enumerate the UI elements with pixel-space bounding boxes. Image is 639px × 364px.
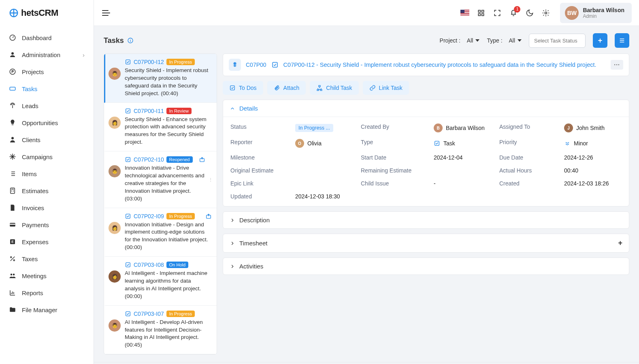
info-icon[interactable] <box>127 37 134 44</box>
status-chip: Reopened <box>166 156 193 163</box>
type-filter[interactable]: Type : All <box>487 37 522 44</box>
nav-opportunities[interactable]: Opportunities <box>0 114 94 131</box>
folder-icon <box>9 306 16 313</box>
gear-icon[interactable] <box>541 9 550 17</box>
sidebar: hetsCRM Dashboard Administration› Projec… <box>0 0 94 364</box>
timesheet-panel-head[interactable]: Timesheet + <box>223 234 629 252</box>
nav-meetings[interactable]: Meetings <box>0 267 94 284</box>
user-menu[interactable]: BW Barbara Wilson Admin <box>560 3 632 23</box>
menu-toggle-icon[interactable] <box>101 8 111 18</box>
svg-rect-36 <box>230 86 235 90</box>
nav-payments[interactable]: Payments <box>0 216 94 233</box>
svg-rect-22 <box>482 10 484 12</box>
chart-icon <box>9 289 16 296</box>
val-actual-hrs: 00:40 <box>564 167 622 174</box>
more-button[interactable]: ··· <box>611 60 623 70</box>
moon-icon[interactable] <box>525 9 534 17</box>
lbl-type: Type <box>361 139 426 148</box>
status-chip: In Review <box>166 108 192 114</box>
logo[interactable]: hetsCRM <box>0 0 94 26</box>
bell-icon[interactable]: 1 <box>509 9 518 17</box>
project-icon <box>229 59 241 71</box>
nav-tasks[interactable]: Tasks <box>0 80 94 97</box>
task-item[interactable]: 👨 C07P00-I12 In Progress Security Shield… <box>104 54 217 103</box>
content: Tasks Project : All Type : All + 👨 <box>94 26 639 362</box>
task-id: C07P03-I07 <box>134 311 164 317</box>
task-desc: AI Intelligent - Implement machine learn… <box>125 270 212 300</box>
task-type-icon <box>125 262 131 268</box>
nav-expenses[interactable]: EExpenses <box>0 233 94 250</box>
svg-rect-33 <box>126 263 130 267</box>
project-filter[interactable]: Project : All <box>440 37 480 44</box>
status-select[interactable] <box>529 34 586 48</box>
svg-rect-38 <box>317 89 319 91</box>
svg-rect-21 <box>479 10 481 12</box>
avatar: 👨 <box>109 165 121 177</box>
task-item[interactable]: 👨 C07P03-I07 In Progress AI Intelligent … <box>104 306 217 355</box>
task-item[interactable]: 👨 C07P02-I10 Reopened Innovation Initiat… <box>104 151 217 208</box>
todos-button[interactable]: To Dos <box>223 81 263 95</box>
details-panel-head[interactable]: Details <box>223 100 629 117</box>
task-item[interactable]: 👩 C07P03-I08 On Hold AI Intelligent - Im… <box>104 257 217 306</box>
child-task-button[interactable]: Child Task <box>310 81 358 95</box>
drag-handle-icon[interactable]: ⋮ <box>209 175 212 184</box>
task-item[interactable]: 👩 C07P00-I11 In Review Security Shield -… <box>104 103 217 152</box>
nav-campaigns[interactable]: Campaigns <box>0 148 94 165</box>
person-icon <box>9 136 16 143</box>
export-icon[interactable] <box>199 156 205 163</box>
lbl-created-by: Created By <box>361 123 426 132</box>
nav-leads[interactable]: Leads <box>0 97 94 114</box>
add-task-button[interactable]: + <box>593 33 607 48</box>
lbl-actual-hrs: Actual Hours <box>499 167 556 174</box>
svg-rect-4 <box>10 87 15 90</box>
attach-button[interactable]: Attach <box>267 81 306 95</box>
project-code[interactable]: C07P00 <box>246 62 266 68</box>
export-icon[interactable] <box>205 213 212 219</box>
val-start-date: 2024-12-04 <box>434 154 491 161</box>
nav-items[interactable]: Items <box>0 165 94 182</box>
nav-estimates[interactable]: Estimates <box>0 182 94 199</box>
details-panel: Details Status In Progress ... Created B… <box>223 100 629 206</box>
task-type-icon <box>271 61 279 68</box>
val-due-date: 2024-12-26 <box>564 154 622 161</box>
caret-down-icon <box>518 39 522 42</box>
avatar: 👩 <box>109 222 121 234</box>
svg-rect-40 <box>435 141 439 146</box>
language-flag-icon[interactable] <box>460 9 469 17</box>
task-item[interactable]: 👩 C07P02-I09 In Progress Innovation Init… <box>104 208 217 257</box>
task-type-icon <box>125 59 131 65</box>
task-id: C07P02-I09 <box>134 213 164 219</box>
lbl-status: Status <box>230 123 287 132</box>
nav-taxes[interactable]: Taxes <box>0 250 94 267</box>
nav-projects[interactable]: Projects <box>0 63 94 80</box>
val-orig-est <box>295 167 353 174</box>
nav-invoices[interactable]: Invoices <box>0 199 94 216</box>
status-chip: On Hold <box>166 262 188 268</box>
add-timesheet-button[interactable]: + <box>618 239 622 247</box>
nav-dashboard[interactable]: Dashboard <box>0 29 94 46</box>
task-desc: Security Shield - Implement robust cyber… <box>125 67 212 98</box>
nav-file-manager[interactable]: File Manager <box>0 301 94 318</box>
nav-administration[interactable]: Administration› <box>0 46 94 63</box>
action-row: To Dos Attach Child Task Link Task <box>223 81 629 95</box>
task-desc: Security Shield - Enhance system protect… <box>125 116 212 147</box>
nav-reports[interactable]: Reports <box>0 284 94 301</box>
val-child-issue: - <box>434 180 491 187</box>
nav-clients[interactable]: Clients <box>0 131 94 148</box>
lbl-updated: Updated <box>230 193 287 200</box>
description-panel-head[interactable]: Description <box>223 212 629 228</box>
avatar: 👨 <box>109 319 121 332</box>
val-created-by: Barbara Wilson <box>446 125 485 131</box>
link-task-button[interactable]: Link Task <box>363 81 409 95</box>
val-milestone <box>295 154 353 161</box>
status-value[interactable]: In Progress ... <box>295 124 333 132</box>
svg-rect-19 <box>460 15 469 16</box>
chevron-right-icon: › <box>83 51 85 58</box>
apps-grid-icon[interactable] <box>477 9 486 17</box>
view-toggle-button[interactable] <box>615 33 629 48</box>
timesheet-panel: Timesheet + <box>223 234 629 253</box>
fullscreen-icon[interactable] <box>493 9 502 17</box>
svg-rect-28 <box>126 109 130 113</box>
status-chip: In Progress <box>166 59 195 65</box>
activities-panel-head[interactable]: Activities <box>223 258 629 275</box>
